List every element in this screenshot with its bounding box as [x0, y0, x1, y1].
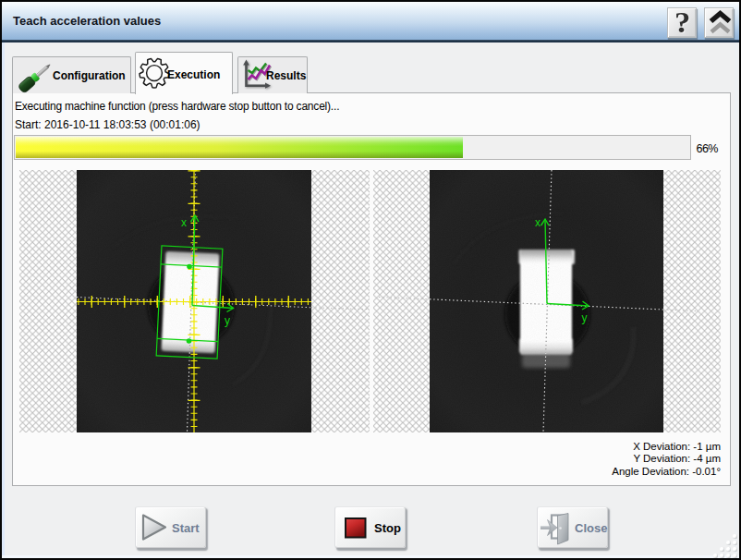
- svg-text:x: x: [535, 216, 541, 229]
- svg-text:x: x: [181, 216, 187, 229]
- svg-text:y: y: [582, 311, 588, 324]
- svg-text:y: y: [225, 314, 230, 327]
